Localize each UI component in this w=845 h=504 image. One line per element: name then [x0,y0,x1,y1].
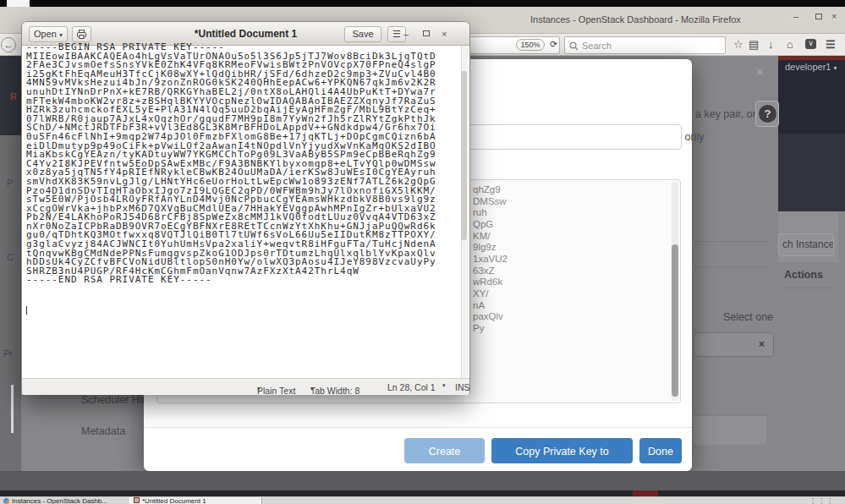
dimmed-cancel-button-fragment [633,490,658,496]
bottom-dark-strip [0,490,845,496]
taskbar-item-gedit[interactable]: *Untitled Document 1 [129,497,262,504]
dimmed-bottom [0,471,845,490]
wizard-rule-1 [695,241,770,242]
reload-icon[interactable]: ⟳ [550,39,557,50]
wizard-nav-scheduler-hints: Scheduler Hint [81,394,151,406]
menu-icon[interactable]: ☰ [826,38,836,51]
gedit-minimize-icon[interactable]: – [403,30,409,39]
search-placeholder: Search [582,41,612,51]
clear-selection-icon: × [759,338,765,350]
back-icon[interactable]: ← [1,37,16,52]
gedit-scrollbar[interactable] [461,46,469,379]
bookmarks-list-icon[interactable]: ▤ [749,38,759,51]
done-button[interactable]: Done [639,438,682,463]
wizard-nav-metadata: Metadata [81,425,125,437]
help-button: ? [755,101,779,127]
wizard-close-icon: × [756,64,764,79]
gedit-window: Open ▾ *Untitled Document 1 Save ☰ – × -… [21,21,470,395]
dimmed-nav-fragment-pr: Pr [3,348,13,359]
chevron-down-icon: ▾ [310,386,314,392]
maximize-icon[interactable] [815,14,822,19]
top-strip [0,0,845,7]
home-icon[interactable]: ⌂ [787,38,793,51]
wizard-rule-3 [694,414,770,415]
bookmark-star-icon[interactable]: ☆ [733,38,743,51]
wizard-footer-band [694,416,766,445]
close-icon[interactable]: × [831,12,837,21]
dialog-footer-divider [144,427,692,428]
wizard-keypair-text-fragment: a key pair, or [695,108,756,120]
wizard-rule-2 [695,266,770,267]
text-cursor [26,306,27,315]
gedit-maximize-icon[interactable] [423,30,430,36]
url-bar[interactable] [470,36,560,54]
dimmed-logo-fragment: R [10,91,17,101]
chevron-down-icon[interactable]: ▾ [442,382,446,389]
desktop: Instances - OpenStack Dashboard - Mozill… [0,0,845,504]
dimmed-table-rule [780,288,838,288]
dimmed-nav-fragment-p: P [7,178,13,188]
gedit-statusbar: Plain Text ▾ Tab Width: 8 ▾ Ln 28, Col 1… [22,378,469,395]
search-icon [569,41,579,51]
minimize-icon[interactable]: – [793,12,798,21]
cursor-position[interactable]: Ln 28, Col 1 [387,382,436,392]
download-icon[interactable]: ↓ [768,38,774,51]
launch-instance-button-fragment: ch Instance [778,233,834,256]
user-menu: developer1 ▾ [785,62,837,72]
textarea-scrollbar-thumb[interactable] [672,244,678,397]
keypair-select: × [694,332,774,357]
search-input[interactable]: Search [564,36,726,54]
firefox-window-title: Instances - OpenStack Dashboard - Mozill… [530,14,741,25]
taskbar: Instances - OpenStack Dashb... *Untitled… [0,496,845,504]
taskbar-grip-icon: ⋮⋮⋮ [809,497,835,504]
copy-private-key-button[interactable]: Copy Private Key to Clipboard [491,438,633,463]
dimmed-nav-fragment-c: C [7,252,14,262]
create-keypair-button[interactable]: Create Keypair [404,438,485,463]
top-notch [7,0,30,7]
select-one-label: Select one [723,311,773,323]
zoom-level-badge[interactable]: 150% [516,39,545,51]
save-button[interactable]: Save [344,26,381,42]
actions-column-header: Actions [784,269,823,281]
gedit-scrollbar-thumb[interactable] [461,71,467,240]
chevron-down-icon: ▾ [834,64,837,72]
gedit-text-content[interactable]: -----BEGIN RSA PRIVATE KEY----- MIIEowIB… [26,43,436,285]
pocket-icon[interactable]: ∨ [805,39,816,49]
dimmed-scroll-fragment [11,385,14,433]
gedit-icon [134,497,140,503]
gedit-close-icon[interactable]: × [442,30,447,39]
taskbar-item-firefox[interactable]: Instances - OpenStack Dashb... [0,497,129,504]
insert-mode-indicator: INS [455,382,470,392]
dimmed-topbar-lower [778,134,845,211]
firefox-icon [3,498,9,504]
private-key-text: qhZg9 DMSsw ruh QpG KM/ 9lg9z 1xaVU2 63x… [473,184,508,335]
help-icon: ? [759,105,776,123]
chevron-down-icon: ▾ [257,386,261,392]
